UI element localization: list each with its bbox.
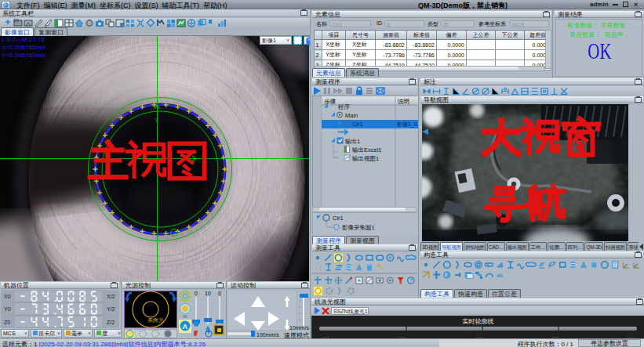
svg-text:输出1: 输出1: [345, 138, 360, 145]
svg-text:步骤: 步骤: [324, 98, 337, 105]
svg-text:Y: Y: [155, 117, 159, 124]
svg-text:A: A: [183, 323, 188, 331]
svg-text:程序: 程序: [337, 103, 351, 110]
svg-text:10: 10: [205, 291, 211, 296]
svg-text:Cir1: Cir1: [333, 215, 344, 222]
svg-text:Y0: Y0: [4, 306, 11, 312]
svg-text:影像采集圆1: 影像采集圆1: [342, 224, 375, 231]
svg-text:0: 0: [218, 291, 221, 296]
svg-text:10mm/s: 10mm/s: [289, 325, 309, 331]
svg-text:100mm/s: 100mm/s: [257, 332, 279, 338]
svg-text:0: 0: [195, 291, 198, 296]
svg-text:X0: X0: [4, 294, 11, 299]
svg-text:Z/2: Z/2: [107, 320, 115, 325]
svg-text:影像1_0.7: 影像1_0.7: [397, 121, 418, 128]
svg-text:X/2: X/2: [107, 294, 115, 299]
svg-text:Main: Main: [345, 112, 358, 119]
svg-text:输出Excel1: 输出Excel1: [352, 146, 382, 154]
svg-text:表面光: 表面光: [147, 317, 164, 324]
svg-text:Y/2: Y/2: [107, 306, 115, 312]
svg-text:输出视图1: 输出视图1: [352, 155, 379, 162]
svg-text:Z0: Z0: [4, 320, 10, 325]
svg-text:说明: 说明: [398, 98, 409, 105]
svg-text:Cir1: Cir1: [352, 121, 363, 128]
